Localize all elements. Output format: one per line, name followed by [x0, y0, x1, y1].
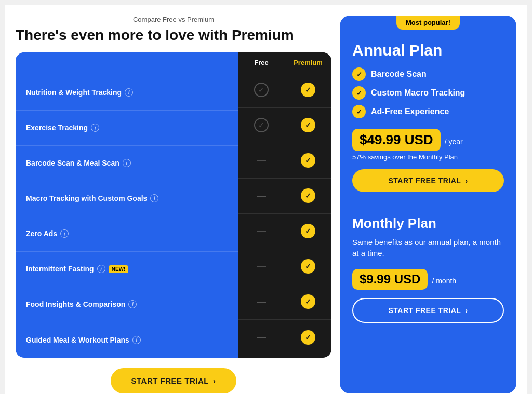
free-check-fasting: — — [238, 261, 285, 272]
left-cta-label: START FREE TRIAL — [131, 376, 209, 385]
benefit-check-barcode: ✓ — [352, 67, 366, 81]
annual-period: / year — [445, 138, 463, 146]
check-rows: ✓ ✓ ✓ ✓ — [238, 73, 331, 358]
benefit-label-adfree: Ad-Free Experience — [371, 107, 449, 116]
dash-zeroads: — — [257, 226, 266, 237]
plan-divider — [352, 205, 504, 205]
feature-name-barcode: Barcode Scan & Meal Scan — [26, 159, 119, 167]
feature-name-exercise: Exercise Tracking — [26, 124, 88, 132]
benefit-label-barcode: Barcode Scan — [371, 70, 427, 79]
feature-name-nutrition: Nutrition & Weight Tracking — [26, 88, 122, 97]
benefit-item-macro: ✓ Custom Macro Tracking — [352, 86, 504, 100]
dash-barcode: — — [257, 155, 266, 166]
free-check-nutrition: ✓ — [238, 83, 285, 97]
filled-icon-nutrition: ✓ — [301, 83, 315, 97]
left-panel: Compare Free vs Premium There's even mor… — [16, 16, 331, 393]
right-panel: Most popular! Annual Plan ✓ Barcode Scan… — [340, 16, 516, 393]
premium-check-nutrition: ✓ — [285, 83, 331, 97]
feature-row-fasting: Intermittent Fasting i New! — [16, 252, 238, 287]
premium-check-fasting: ✓ — [285, 259, 331, 274]
page-wrapper: Compare Free vs Premium There's even mor… — [5, 5, 527, 394]
feature-row-guided: Guided Meal & Workout Plans i — [16, 322, 238, 358]
features-column: Nutrition & Weight Tracking i Exercise T… — [16, 52, 238, 358]
info-icon-zeroads[interactable]: i — [60, 229, 69, 238]
free-col-header: Free — [238, 59, 285, 66]
feature-row-exercise: Exercise Tracking i — [16, 111, 238, 146]
info-icon-macro[interactable]: i — [150, 194, 158, 202]
free-check-macro: — — [238, 191, 285, 201]
monthly-description: Same benefits as our annual plan, a mont… — [352, 237, 504, 259]
benefit-item-adfree: ✓ Ad-Free Experience — [352, 105, 504, 118]
annual-plan-title: Annual Plan — [352, 42, 504, 59]
comparison-columns: Free Premium ✓ ✓ — [238, 52, 331, 358]
check-row-food-insights: — ✓ — [238, 284, 331, 320]
free-check-food-insights: — — [238, 296, 285, 307]
info-icon-nutrition[interactable]: i — [125, 88, 133, 97]
annual-price-block: $49.99 USD / year — [352, 129, 504, 151]
benefit-check-adfree: ✓ — [352, 105, 366, 118]
free-check-exercise: ✓ — [238, 118, 285, 132]
info-icon-barcode[interactable]: i — [123, 159, 131, 167]
premium-check-exercise: ✓ — [285, 118, 331, 132]
monthly-cta-label: START FREE TRIAL — [388, 306, 461, 315]
premium-check-barcode: ✓ — [285, 153, 331, 168]
feature-name-fasting: Intermittent Fasting — [26, 265, 94, 273]
premium-check-macro: ✓ — [285, 188, 331, 203]
monthly-plan-title: Monthly Plan — [352, 215, 504, 232]
filled-icon-exercise: ✓ — [301, 118, 315, 132]
feature-name-macro: Macro Tracking with Custom Goals — [26, 194, 147, 202]
feature-name-zeroads: Zero Ads — [26, 229, 57, 238]
annual-cta-arrow: › — [465, 176, 468, 185]
free-check-barcode: — — [238, 155, 285, 166]
compare-label: Compare Free vs Premium — [16, 16, 331, 23]
check-row-guided: — ✓ — [238, 320, 331, 355]
feature-row-macro: Macro Tracking with Custom Goals i — [16, 181, 238, 216]
comparison-table: Nutrition & Weight Tracking i Exercise T… — [16, 52, 331, 358]
free-check-guided: — — [238, 332, 285, 343]
monthly-cta-arrow: › — [465, 306, 468, 315]
new-badge-fasting: New! — [109, 265, 129, 273]
column-headers: Free Premium — [238, 52, 331, 73]
premium-check-zeroads: ✓ — [285, 224, 331, 238]
info-icon-exercise[interactable]: i — [91, 124, 99, 132]
left-cta-arrow: › — [213, 376, 216, 385]
filled-icon-barcode: ✓ — [301, 153, 315, 168]
free-check-zeroads: — — [238, 226, 285, 237]
check-row-macro: — ✓ — [238, 179, 331, 214]
annual-cta-label: START FREE TRIAL — [388, 176, 461, 185]
outline-icon-exercise: ✓ — [254, 118, 269, 132]
dash-fasting: — — [257, 261, 266, 272]
feature-name-food-insights: Food Insights & Comparison — [26, 300, 125, 308]
dash-macro: — — [257, 191, 266, 201]
premium-check-food-insights: ✓ — [285, 294, 331, 309]
annual-price: $49.99 USD — [352, 129, 441, 151]
benefit-label-macro: Custom Macro Tracking — [371, 88, 465, 98]
monthly-start-free-trial-button[interactable]: START FREE TRIAL › — [352, 298, 504, 323]
check-row-fasting: — ✓ — [238, 249, 331, 284]
left-cta-area: START FREE TRIAL › — [16, 368, 331, 393]
filled-icon-zeroads: ✓ — [301, 224, 315, 238]
info-icon-fasting[interactable]: i — [97, 265, 105, 273]
feature-row-barcode: Barcode Scan & Meal Scan i — [16, 146, 238, 181]
annual-start-free-trial-button[interactable]: START FREE TRIAL › — [352, 169, 504, 192]
main-heading: There's even more to love with Premium — [16, 26, 331, 44]
info-icon-guided[interactable]: i — [132, 336, 141, 344]
check-row-exercise: ✓ ✓ — [238, 108, 331, 143]
info-icon-food-insights[interactable]: i — [128, 300, 137, 308]
monthly-period: / month — [432, 277, 456, 285]
right-content: Annual Plan ✓ Barcode Scan ✓ Custom Macr… — [340, 16, 516, 393]
left-start-free-trial-button[interactable]: START FREE TRIAL › — [111, 368, 237, 393]
savings-text: 57% savings over the Monthly Plan — [352, 153, 504, 161]
filled-icon-fasting: ✓ — [301, 259, 315, 274]
dash-guided: — — [257, 332, 266, 343]
check-row-zeroads: — ✓ — [238, 214, 331, 249]
feature-name-guided: Guided Meal & Workout Plans — [26, 336, 129, 344]
most-popular-badge: Most popular! — [396, 16, 460, 30]
monthly-price: $9.99 USD — [352, 269, 428, 290]
filled-icon-guided: ✓ — [301, 330, 315, 345]
feature-row-nutrition: Nutrition & Weight Tracking i — [16, 75, 238, 111]
dash-food-insights: — — [257, 296, 266, 307]
feature-row-zeroads: Zero Ads i — [16, 216, 238, 252]
filled-icon-macro: ✓ — [301, 188, 315, 203]
premium-check-guided: ✓ — [285, 330, 331, 345]
